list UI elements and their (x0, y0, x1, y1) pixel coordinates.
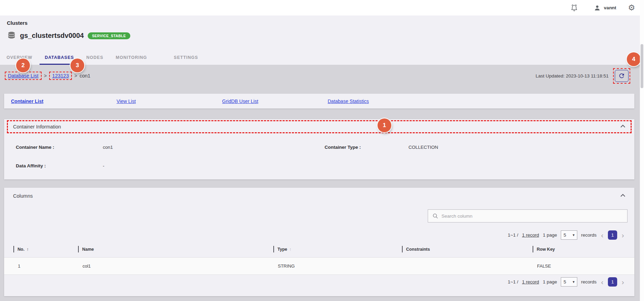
database-nav-card: Container List View List GridDB User Lis… (4, 94, 634, 108)
annotation-badge-4: 4 (627, 52, 641, 66)
columns-table-header: No. ↑ Name Type ↑ Constraints Row Key (4, 241, 634, 257)
record-count-link[interactable]: 1 record (522, 279, 539, 284)
container-name-value: con1 (103, 145, 113, 150)
container-type-value: COLLECTION (408, 145, 438, 150)
current-page-button[interactable]: 1 (608, 277, 617, 287)
app-window: vannt ⚙ Clusters gs_clustertsdv0004 SERV… (0, 0, 644, 301)
container-name-label: Container Name : (16, 145, 54, 150)
search-column-input[interactable] (441, 214, 623, 219)
column-header-type[interactable]: Type ↑ (273, 241, 402, 257)
tab-nodes[interactable]: NODES (81, 50, 108, 65)
annotation-badge-2: 2 (16, 59, 30, 72)
page-size-value: 5 (564, 232, 566, 238)
page-size-value: 5 (564, 279, 566, 284)
tab-bar: OVERVIEW DATABASES NODES MONITORING SETT… (1, 50, 203, 65)
notifications-bell-icon[interactable] (570, 4, 578, 12)
chevron-down-icon: ▾ (572, 233, 575, 237)
last-updated-label: Last Updated: 2023-10-13 11:18:51 (536, 73, 609, 79)
columns-title: Columns (13, 193, 33, 199)
collapse-chevron-up-icon[interactable] (620, 194, 625, 197)
pagination-top: 1~1 / 1 record 1 page 5 ▾ records ‹ 1 › (508, 230, 625, 240)
cell-name: col1 (78, 263, 273, 269)
database-statistics-link[interactable]: Database Statistics (328, 98, 433, 104)
breadcrumb-actions: Last Updated: 2023-10-13 11:18:51 (536, 68, 630, 84)
page-title: Clusters (7, 20, 28, 26)
previous-page-icon[interactable]: ‹ (600, 231, 604, 239)
page-size-select[interactable]: 5 ▾ (561, 230, 577, 240)
previous-page-icon[interactable]: ‹ (600, 278, 604, 286)
scrollbar-track[interactable] (640, 0, 644, 301)
next-page-icon[interactable]: › (621, 231, 625, 239)
status-badge: SERVICE_STABLE (88, 32, 131, 39)
column-search-field (428, 209, 627, 222)
view-list-link[interactable]: View List (117, 98, 222, 104)
highlight-box-container-information (7, 120, 632, 133)
top-bar: vannt ⚙ (0, 0, 644, 15)
tab-settings[interactable]: SETTINGS (169, 50, 204, 65)
column-header-rowkey[interactable]: Row Key (533, 241, 634, 257)
highlight-box-refresh (613, 68, 630, 84)
breadcrumb-database-link[interactable]: 123123 (52, 73, 69, 79)
container-information-title: Container Information (13, 124, 61, 129)
cluster-header: Clusters gs_clustertsdv0004 SERVICE_STAB… (0, 15, 644, 65)
column-header-name[interactable]: Name (78, 241, 273, 257)
cell-type: STRING (273, 263, 402, 269)
data-affinity-value: - (103, 163, 105, 168)
page-count-label: 1 page (543, 232, 557, 238)
annotation-badge-1: 1 (378, 118, 391, 132)
cluster-title-row: gs_clustertsdv0004 SERVICE_STABLE (7, 31, 130, 40)
tab-monitoring[interactable]: MONITORING (111, 50, 152, 65)
data-affinity-label: Data Affinity : (16, 163, 46, 168)
container-list-link[interactable]: Container List (11, 98, 117, 104)
user-icon (593, 4, 601, 12)
breadcrumb-separator-icon: > (74, 73, 77, 79)
container-information-header: Container Information (4, 119, 634, 134)
container-information-card: Container Information Container Name : c… (4, 119, 634, 179)
cell-no: 1 (13, 263, 78, 269)
record-count-link[interactable]: 1 record (522, 232, 539, 238)
page-size-select[interactable]: 5 ▾ (561, 277, 577, 287)
record-range-label: 1~1 / (508, 279, 518, 284)
container-type-label: Container Type : (325, 145, 361, 150)
refresh-icon (618, 72, 625, 79)
column-header-constraints[interactable]: Constraints (402, 241, 533, 257)
settings-gear-icon[interactable]: ⚙ (628, 4, 635, 12)
breadcrumb-separator-icon: > (44, 73, 47, 79)
username-label: vannt (604, 5, 616, 10)
scrollbar-thumb[interactable] (641, 44, 643, 88)
highlight-box-database-name: 123123 (49, 72, 72, 80)
column-header-no[interactable]: No. ↑ (13, 241, 78, 257)
current-page-button[interactable]: 1 (608, 230, 617, 240)
page-count-label: 1 page (543, 279, 557, 284)
pagination-bottom: 1~1 / 1 record 1 page 5 ▾ records ‹ 1 › (508, 277, 625, 287)
records-label: records (581, 279, 597, 284)
search-icon (432, 213, 438, 219)
breadcrumb-database-list-link[interactable]: Database List (8, 73, 39, 79)
cell-rowkey: FALSE (533, 263, 634, 269)
griddb-user-list-link[interactable]: GridDB User List (222, 98, 328, 104)
sort-ascending-icon: ↑ (289, 247, 292, 252)
chevron-down-icon: ▾ (572, 280, 575, 284)
columns-card: Columns 1~1 / 1 record 1 page 5 ▾ record… (4, 188, 634, 296)
database-icon (7, 31, 16, 40)
record-range-label: 1~1 / (508, 232, 518, 238)
breadcrumb: Database List > 123123 > con1 (5, 72, 536, 80)
collapse-chevron-up-icon[interactable] (620, 125, 625, 128)
user-menu[interactable]: vannt (593, 4, 616, 12)
breadcrumb-current-container: con1 (79, 73, 90, 79)
annotation-badge-3: 3 (70, 59, 84, 72)
highlight-box-database-list: Database List (5, 72, 42, 80)
next-page-icon[interactable]: › (621, 278, 625, 286)
refresh-button[interactable] (615, 70, 629, 82)
table-row[interactable]: 1 col1 STRING FALSE (4, 257, 634, 275)
breadcrumb-bar: Database List > 123123 > con1 Last Updat… (0, 65, 640, 87)
sort-ascending-icon: ↑ (26, 247, 29, 252)
records-label: records (581, 232, 597, 238)
container-information-body: Container Name : con1 Container Type : C… (4, 134, 634, 179)
cluster-name: gs_clustertsdv0004 (20, 32, 84, 40)
